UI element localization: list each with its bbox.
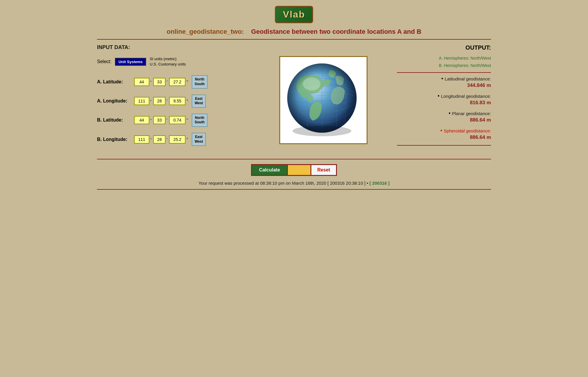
app-subtitle: Geodistance between two coordinate locat… xyxy=(251,28,421,35)
a-lon-deg-field: ° xyxy=(134,97,151,105)
buttons-row: Calculate Reset xyxy=(97,164,491,176)
a-lon-dir-button[interactable]: EastWest xyxy=(192,95,206,108)
a-lon-min-input[interactable] xyxy=(153,97,166,105)
b-latitude-row: B. Latitude: ° ' " NorthSouth xyxy=(97,114,250,127)
svg-point-16 xyxy=(293,126,351,136)
lat-geo-bullet: • xyxy=(441,76,445,82)
a-lon-sec-input[interactable] xyxy=(169,97,186,105)
input-data-label: INPUT DATA: xyxy=(97,44,250,51)
reset-button[interactable]: Reset xyxy=(311,164,337,176)
header: Vlab xyxy=(97,6,491,23)
b-lon-min-field: ' xyxy=(153,135,167,144)
output-divider-top xyxy=(397,72,491,73)
a-lat-sec-sym: " xyxy=(186,80,188,84)
status-bar: Your request was processed at 08:38:10 p… xyxy=(97,181,491,186)
hemi-a: A. Hemispheres: North/West xyxy=(397,55,491,62)
b-lon-dir-button[interactable]: EastWest xyxy=(192,133,206,146)
b-lat-sec-sym: " xyxy=(186,118,188,122)
planar-bullet: • xyxy=(449,110,452,116)
a-lat-deg-sym: ° xyxy=(150,80,151,84)
b-lon-sec-sym: " xyxy=(186,137,188,142)
spheroidal-value: 886.64 m xyxy=(397,134,491,140)
a-lat-dir-button[interactable]: NorthSouth xyxy=(192,75,208,88)
planar-value: 886.64 m xyxy=(397,117,491,123)
b-lat-deg-field: ° xyxy=(134,116,151,124)
lon-geo-value: 816.83 m xyxy=(397,100,491,106)
b-latitude-label: B. Latitude: xyxy=(97,117,132,123)
b-longitude-label: B. Longitude: xyxy=(97,137,132,142)
output-divider-bottom xyxy=(397,145,491,146)
hemisphere-info: A. Hemispheres: North/West B. Hemisphere… xyxy=(397,55,491,69)
bottom-final-divider xyxy=(97,189,491,190)
a-lat-deg-field: ° xyxy=(134,78,151,86)
planar-item: • Planar geodistance: 886.64 m xyxy=(397,110,491,123)
select-label: Select: xyxy=(97,59,111,64)
b-lon-min-sym: ' xyxy=(166,137,167,142)
spheroidal-bullet: • xyxy=(440,128,444,134)
b-lat-sec-input[interactable] xyxy=(169,116,186,124)
unit-option-us: U.S. Customary units xyxy=(150,62,186,67)
b-lon-min-input[interactable] xyxy=(153,135,166,144)
lat-geo-value: 344.846 m xyxy=(397,83,491,88)
output-title: OUTPUT: xyxy=(397,44,491,51)
a-lat-sec-input[interactable] xyxy=(169,78,186,86)
unit-options: SI units (metric) U.S. Customary units xyxy=(150,56,186,67)
lon-geo-item: • Longitudinal geodistance: 816.83 m xyxy=(397,93,491,106)
content-area: INPUT DATA: Select: Unit Systems SI unit… xyxy=(97,44,491,152)
spheroidal-item: • Spheroidal geodistance: 886.64 m xyxy=(397,128,491,140)
vlab-logo: Vlab xyxy=(275,6,313,23)
status-code: [ 200316 ] xyxy=(370,181,390,186)
a-lat-sec-field: " xyxy=(169,78,188,86)
b-lat-deg-sym: ° xyxy=(150,118,151,122)
a-latitude-row: A. Latitude: ° ' " NorthSouth xyxy=(97,75,250,88)
main-title: online_geodistance_two: Geodistance betw… xyxy=(97,28,491,36)
b-lat-min-input[interactable] xyxy=(153,116,166,124)
a-lon-sec-field: " xyxy=(169,97,188,105)
spheroidal-label: • Spheroidal geodistance: xyxy=(397,128,491,134)
select-row: Select: Unit Systems SI units (metric) U… xyxy=(97,56,250,67)
app-name: online_geodistance_two: xyxy=(167,28,244,35)
b-lat-sec-field: " xyxy=(169,116,188,124)
left-panel: INPUT DATA: Select: Unit Systems SI unit… xyxy=(97,44,250,152)
b-lon-sec-input[interactable] xyxy=(169,135,186,144)
planar-label: • Planar geodistance: xyxy=(397,110,491,117)
lon-geo-label: • Longitudinal geodistance: xyxy=(397,93,491,99)
b-lon-sec-field: " xyxy=(169,135,188,144)
b-longitude-row: B. Longitude: ° ' " EastWest xyxy=(97,133,250,146)
lon-geo-bullet: • xyxy=(438,93,441,99)
b-lat-min-field: ' xyxy=(153,116,167,124)
b-lat-dir-button[interactable]: NorthSouth xyxy=(192,114,208,127)
a-lon-deg-sym: ° xyxy=(150,99,151,103)
a-longitude-label: A. Longitude: xyxy=(97,98,132,104)
right-panel: OUTPUT: A. Hemispheres: North/West B. He… xyxy=(397,44,491,149)
b-lat-min-sym: ' xyxy=(166,118,167,122)
title-divider xyxy=(97,39,491,40)
b-lon-deg-field: ° xyxy=(134,135,151,144)
lat-geo-label: • Latitudinal geodistance: xyxy=(397,76,491,82)
a-lat-min-field: ' xyxy=(153,78,167,86)
a-lon-deg-input[interactable] xyxy=(134,97,149,105)
hemi-b: B. Hemispheres: North/West xyxy=(397,62,491,69)
svg-point-15 xyxy=(303,78,320,90)
a-latitude-label: A. Latitude: xyxy=(97,79,132,85)
bottom-divider xyxy=(97,159,491,159)
globe-panel xyxy=(256,44,391,144)
b-lat-deg-input[interactable] xyxy=(134,116,149,124)
spacer-element xyxy=(288,164,311,176)
a-longitude-row: A. Longitude: ° ' " EastWest xyxy=(97,95,250,108)
globe-container xyxy=(279,56,368,144)
a-lat-deg-input[interactable] xyxy=(134,78,149,86)
unit-systems-button[interactable]: Unit Systems xyxy=(115,58,146,66)
svg-point-14 xyxy=(287,63,357,133)
calculate-button[interactable]: Calculate xyxy=(251,164,288,176)
b-lon-deg-sym: ° xyxy=(150,138,151,141)
a-lat-min-input[interactable] xyxy=(153,78,166,86)
a-lon-sec-sym: " xyxy=(186,99,188,103)
b-lon-deg-input[interactable] xyxy=(134,135,149,144)
a-lon-min-field: ' xyxy=(153,97,167,105)
a-lat-min-sym: ' xyxy=(166,80,167,84)
globe-svg xyxy=(284,60,363,140)
unit-option-si: SI units (metric) xyxy=(150,56,186,62)
lat-geo-item: • Latitudinal geodistance: 344.846 m xyxy=(397,76,491,88)
a-lon-min-sym: ' xyxy=(166,99,167,103)
